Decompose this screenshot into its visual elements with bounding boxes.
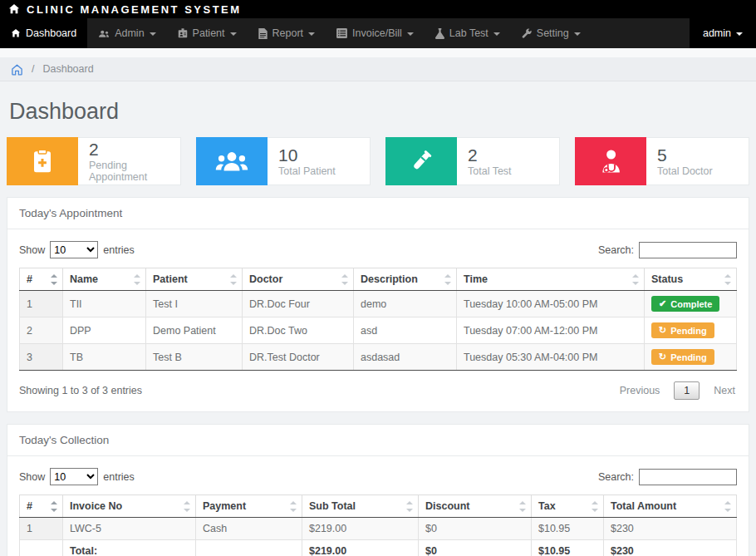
main-navbar: Dashboard Admin Patient Report Invoice/B… [0, 18, 756, 48]
cell-name: TII [63, 291, 146, 317]
collections-table: # Invoice No Payment Sub Total Discount … [19, 494, 737, 556]
sort-icon [290, 501, 297, 512]
search-control: Search: [598, 469, 737, 485]
home-icon [11, 28, 21, 38]
nav-item-label: Setting [537, 27, 569, 39]
sort-icon [724, 274, 731, 285]
column-header-description[interactable]: Description [354, 268, 457, 291]
user-menu[interactable]: admin [690, 18, 756, 48]
nav-item-label: Report [272, 27, 304, 39]
pagination: Previous 1 Next [618, 381, 737, 400]
sort-icon [51, 501, 57, 512]
search-input[interactable] [639, 242, 737, 258]
user-menu-label: admin [703, 27, 731, 39]
column-header-patient[interactable]: Patient [146, 268, 243, 291]
total-discount: $0 [419, 540, 532, 556]
status-badge[interactable]: ✔ Complete [651, 296, 719, 312]
sort-icon [134, 274, 140, 285]
cell-patient: Test B [146, 344, 243, 371]
nav-item-patient[interactable]: Patient [167, 18, 248, 48]
sort-icon [341, 274, 348, 285]
patients-icon [196, 137, 268, 185]
cell-discount: $0 [419, 518, 532, 540]
cell-patient: Demo Patient [146, 317, 243, 344]
column-header-subtotal[interactable]: Sub Total [302, 495, 419, 518]
column-header-invoice[interactable]: Invoice No [63, 495, 196, 518]
search-label: Search: [598, 244, 634, 256]
home-outline-icon[interactable] [11, 63, 23, 76]
cell-patient: Test I [146, 291, 243, 317]
nav-item-setting[interactable]: Setting [511, 18, 592, 48]
column-header-payment[interactable]: Payment [196, 495, 302, 518]
column-header-name[interactable]: Name [63, 268, 146, 291]
cell-doctor: DR.Doc Four [243, 291, 354, 317]
stat-card-total-patient: 10 Total Patient [196, 137, 371, 185]
status-badge[interactable]: ↻ Pending [651, 322, 714, 338]
sort-icon [184, 501, 190, 512]
flask-icon [435, 28, 444, 39]
wrench-icon [522, 28, 532, 38]
column-header-discount[interactable]: Discount [419, 495, 532, 518]
caret-down-icon [574, 32, 581, 36]
cell-tax: $10.95 [532, 518, 604, 540]
cell-name: TB [63, 344, 146, 371]
cell-description: demo [354, 291, 457, 317]
cell-time: Tuesday 10:00 AM-05:00 PM [457, 291, 645, 317]
page-length-select[interactable]: 10 [50, 241, 98, 258]
nav-item-report[interactable]: Report [248, 18, 326, 48]
nav-item-label: Invoice/Bill [352, 27, 402, 39]
page-number-button[interactable]: 1 [674, 381, 700, 400]
cell-num: 3 [20, 344, 63, 371]
table-row: 2 DPP Demo Patient DR.Doc Two asd Tuesda… [20, 317, 737, 344]
page-length-control: Show 10 entries [19, 468, 135, 485]
next-button[interactable]: Next [712, 381, 737, 400]
previous-button[interactable]: Previous [618, 381, 662, 400]
cell-status: ✔ Complete [645, 291, 737, 317]
total-row: Total: $219.00 $0 $10.95 $230 [20, 540, 737, 556]
nav-item-label: Lab Test [449, 27, 488, 39]
cell-num: 1 [20, 518, 63, 540]
cell-payment [196, 540, 302, 556]
nav-gap [0, 48, 756, 57]
column-header-tax[interactable]: Tax [532, 495, 604, 518]
column-header-time[interactable]: Time [457, 268, 645, 291]
refresh-icon: ↻ [659, 352, 666, 362]
column-header-doctor[interactable]: Doctor [243, 268, 354, 291]
sort-icon [51, 274, 57, 285]
nav-item-label: Patient [193, 27, 225, 39]
cell-payment: Cash [196, 518, 302, 540]
cell-description: asd [354, 317, 457, 344]
cell-description: asdasad [354, 344, 457, 371]
sort-icon [444, 274, 451, 285]
nav-item-labtest[interactable]: Lab Test [425, 18, 511, 48]
nav-item-dashboard[interactable]: Dashboard [0, 18, 87, 48]
cell-doctor: DR.Doc Two [243, 317, 354, 344]
app-title: CLINIC MANAGEMENT SYSTEM [27, 3, 242, 16]
table-row: 3 TB Test B DR.Test Doctor asdasad Tuesd… [20, 344, 737, 371]
column-header-status[interactable]: Status [645, 268, 737, 291]
search-input[interactable] [639, 469, 737, 485]
status-badge[interactable]: ↻ Pending [651, 349, 714, 365]
cell-num [20, 540, 63, 556]
column-header-num[interactable]: # [20, 495, 63, 518]
sort-icon [592, 501, 598, 512]
stat-cards-row: 2 Pending Appointment 10 Total Patient 2… [7, 137, 749, 185]
breadcrumb-current: Dashboard [42, 63, 93, 75]
page-title: Dashboard [9, 99, 747, 125]
table-info: Showing 1 to 3 of 3 entries [19, 385, 142, 396]
table-row: 1 LWC-5 Cash $219.00 $0 $10.95 $230 [20, 518, 737, 540]
page-length-select[interactable]: 10 [50, 468, 98, 485]
nav-item-admin[interactable]: Admin [87, 18, 166, 48]
refresh-icon: ↻ [659, 325, 666, 336]
caret-down-icon [150, 32, 156, 36]
cell-subtotal: $219.00 [302, 518, 419, 540]
home-icon [8, 3, 20, 15]
cell-status: ↻ Pending [645, 344, 737, 371]
page-length-control: Show 10 entries [19, 241, 135, 258]
stat-label: Total Patient [278, 165, 336, 177]
nav-item-invoice[interactable]: Invoice/Bill [326, 18, 425, 48]
caret-down-icon [308, 32, 315, 36]
column-header-num[interactable]: # [20, 268, 63, 291]
stat-value: 10 [278, 145, 336, 165]
column-header-total-amount[interactable]: Total Amount [604, 495, 737, 518]
